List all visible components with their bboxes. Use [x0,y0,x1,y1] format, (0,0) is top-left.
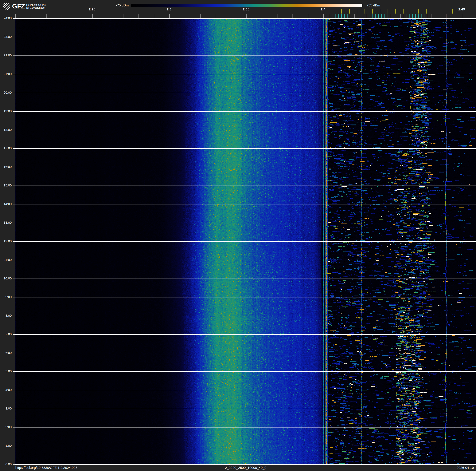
freq-tick-label: 2.35 [243,7,249,11]
bluetooth-channel-tick [415,14,416,18]
hour-gridline [15,74,476,74]
time-tick [13,260,15,260]
bluetooth-channel-tick [440,14,440,18]
time-tick-label: 3:00 [1,407,12,410]
freq-minor-tick [31,14,31,18]
bluetooth-channel-tick [354,14,354,18]
time-tick-label: 24:00 [1,16,12,20]
freq-minor-tick [62,14,62,18]
hour-gridline [15,18,476,18]
freq-minor-tick [323,14,324,18]
time-tick-label: 14:00 [1,202,12,206]
time-tick [13,223,15,223]
time-tick-label: 10:00 [1,276,12,280]
time-tick [13,204,15,204]
hour-gridline [15,223,476,223]
time-tick [13,55,15,56]
bluetooth-channel-tick [422,14,422,18]
hour-gridline [15,353,476,353]
freq-minor-tick [246,14,247,18]
bluetooth-channel-tick [403,14,403,18]
freq-minor-tick [138,14,139,18]
freq-tick-label: 2.49 [458,7,465,11]
bluetooth-channel-tick [418,14,419,18]
time-tick-label: 11:00 [1,258,12,262]
hour-gridline [15,241,476,242]
wifi-channel-tick [434,9,434,14]
bluetooth-channel-tick [347,14,348,18]
hour-gridline [15,371,476,372]
time-tick-label: 12:00 [1,239,12,243]
hour-gridline [15,37,476,37]
bluetooth-channel-tick [412,14,413,18]
freq-minor-tick [370,14,370,18]
hour-gridline [15,55,476,56]
time-tick [13,37,15,37]
doi-link[interactable]: https://doi.org/10.5880/GFZ.1.2.2024.003 [15,466,77,470]
bluetooth-channel-tick [397,14,397,18]
freq-minor-tick [400,14,401,18]
time-tick-label: 19:00 [1,109,12,113]
time-tick [13,185,15,186]
time-tick [13,409,15,409]
freq-tick-label: 2.3 [167,7,171,11]
wifi-channel-tick [426,9,426,14]
freq-minor-tick [123,14,123,18]
freq-minor-tick [108,14,108,18]
time-tick-label: 2:00 [1,425,12,429]
bluetooth-channel-tick [366,14,366,18]
freq-minor-tick [354,14,355,18]
freq-minor-tick [169,14,170,18]
freq-minor-tick [385,14,385,18]
time-tick [13,334,15,335]
hour-gridline [15,409,476,409]
time-tick [13,130,15,130]
bluetooth-channel-tick [385,14,385,18]
bluetooth-channel-tick [338,14,339,18]
time-tick [13,390,15,390]
freq-minor-tick [185,14,185,18]
hour-gridline [15,334,476,335]
bluetooth-channel-tick [357,14,357,18]
bluetooth-channel-tick [341,14,342,18]
time-tick [13,111,15,112]
time-tick [13,371,15,372]
bluetooth-channel-tick [326,14,326,18]
freq-minor-tick [462,14,462,18]
hour-gridline [15,279,476,279]
bluetooth-channel-tick [381,14,382,18]
time-tick-label: 13:00 [1,221,12,224]
wifi-channel-tick [341,9,342,14]
date-label: 2026-04-10 [457,466,474,470]
bluetooth-channel-tick [400,14,400,18]
bluetooth-channel-tick [375,14,375,18]
wifi-channel-tick [357,9,357,14]
bluetooth-channel-tick [372,14,373,18]
freq-minor-tick [277,14,277,18]
time-tick-label: 4:00 [1,388,12,392]
bluetooth-channel-tick [344,14,345,18]
bluetooth-channel-tick [363,14,363,18]
gfz-logo-subtitle: Helmholtz Centre for Geosciences [26,3,46,9]
colorbar-min-label: -75 dBm [98,3,129,7]
bluetooth-channel-tick [378,14,379,18]
bluetooth-channel-tick [434,14,434,18]
freq-minor-tick [262,14,262,18]
time-tick-label: 15:00 [1,183,12,187]
freq-minor-tick [154,14,154,18]
freq-minor-tick [15,14,16,18]
time-tick-label: 22:00 [1,54,12,57]
time-tick-label: 16:00 [1,165,12,169]
spectrogram-page: GFZ Helmholtz Centre for Geosciences -75… [0,0,476,471]
freq-minor-tick [431,14,431,18]
gfz-logo-line2: for Geosciences [26,6,46,9]
wifi-channel-tick [395,9,396,14]
wifi-channel-tick [411,9,411,14]
bluetooth-channel-tick [431,14,431,18]
freq-minor-tick [200,14,201,18]
freq-tick-label: 2.4 [321,7,325,11]
wifi-channel-tick [380,9,380,14]
time-tick [13,241,15,242]
time-tick-label: 23:00 [1,35,12,38]
gfz-logo: GFZ Helmholtz Centre for Geosciences [3,2,46,10]
